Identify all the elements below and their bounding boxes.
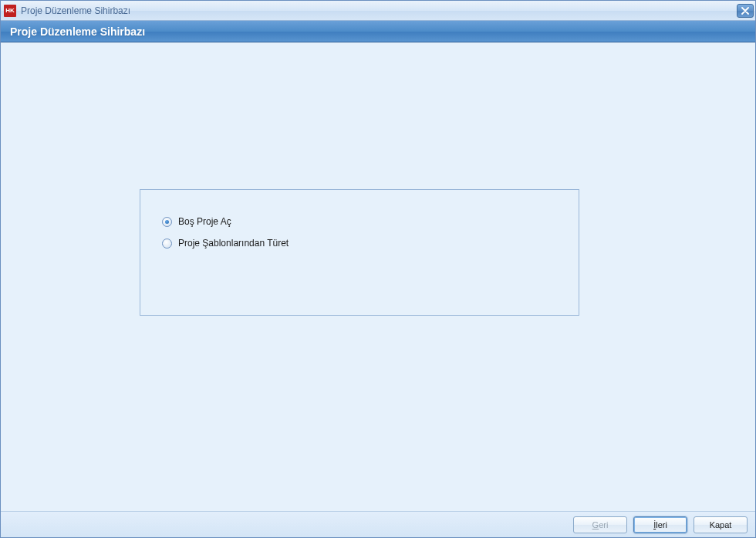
- radio-empty-project[interactable]: Boş Proje Aç: [162, 216, 557, 227]
- radio-label-empty: Boş Proje Aç: [178, 216, 231, 227]
- radio-icon: [162, 217, 172, 227]
- back-button[interactable]: Geri: [573, 516, 627, 533]
- next-rest: leri: [656, 520, 667, 530]
- wizard-title: Proje Düzenleme Sihirbazı: [10, 25, 145, 38]
- window-title: Proje Düzenleme Sihirbazı: [21, 5, 737, 16]
- next-button[interactable]: İleri: [633, 516, 687, 533]
- radio-from-template[interactable]: Proje Şablonlarından Türet: [162, 238, 557, 249]
- wizard-header: Proje Düzenleme Sihirbazı: [1, 21, 755, 42]
- radio-icon: [162, 239, 172, 249]
- close-icon: [741, 7, 749, 15]
- back-rest: eri: [599, 520, 608, 530]
- close-button[interactable]: [737, 4, 754, 18]
- close-dialog-button[interactable]: Kapat: [694, 516, 748, 533]
- wizard-window: HK Proje Düzenleme Sihirbazı Proje Düzen…: [0, 0, 756, 538]
- option-panel: Boş Proje Aç Proje Şablonlarından Türet: [140, 189, 579, 316]
- footer: Geri İleri Kapat: [1, 511, 755, 537]
- content-area: Boş Proje Aç Proje Şablonlarından Türet: [1, 42, 755, 511]
- titlebar: HK Proje Düzenleme Sihirbazı: [1, 1, 755, 21]
- app-icon: HK: [4, 5, 16, 17]
- radio-label-template: Proje Şablonlarından Türet: [178, 238, 289, 249]
